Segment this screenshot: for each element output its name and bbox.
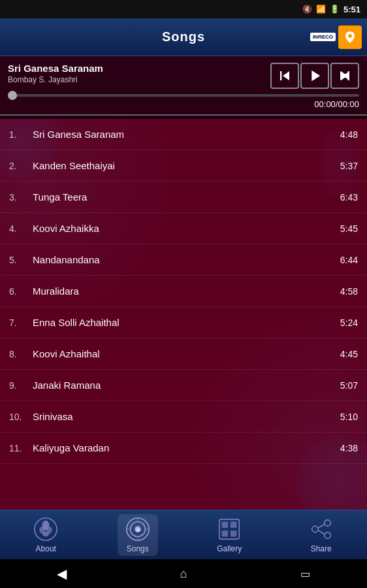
song-row[interactable]: 9.Janaki Ramana5:07	[0, 370, 367, 401]
status-time: 5:51	[343, 5, 360, 14]
progress-knob	[8, 91, 17, 100]
song-number: 5.	[9, 255, 33, 265]
song-row[interactable]: 2.Kanden Seethaiyai5:37	[0, 150, 367, 182]
progress-section: 00:00/00:00	[8, 94, 359, 109]
song-duration: 4:38	[332, 443, 358, 453]
song-title: Sri Ganesa Saranam	[33, 129, 332, 140]
song-duration: 6:44	[332, 255, 358, 265]
player-controls	[270, 63, 359, 89]
song-list: 1.Sri Ganesa Saranam4:482.Kanden Seethai…	[0, 119, 367, 510]
wifi-icon: 📶	[316, 5, 326, 14]
song-title: Koovi Azhaithal	[33, 348, 332, 359]
prev-button[interactable]	[270, 63, 299, 89]
now-playing-artist: Bombay S. Jayashri	[8, 75, 270, 84]
song-row[interactable]: 6.Muralidara4:58	[0, 276, 367, 307]
song-row[interactable]: 5.Nandanandana6:44	[0, 244, 367, 276]
about-nav-icon	[33, 517, 58, 542]
svg-point-18	[324, 519, 330, 526]
about-label: About	[36, 544, 56, 553]
song-title: Tunga Teera	[33, 191, 332, 203]
share-label: Share	[311, 544, 332, 553]
song-row[interactable]: 3.Tunga Teera6:43	[0, 182, 367, 213]
gallery-nav-icon	[217, 517, 242, 542]
song-title: Kaliyuga Varadan	[33, 442, 332, 453]
svg-rect-17	[231, 530, 237, 536]
song-number: 8.	[9, 349, 33, 359]
song-row[interactable]: 11.Kaliyuga Varadan4:38	[0, 433, 367, 464]
song-row[interactable]: 8.Koovi Azhaithal4:45	[0, 338, 367, 370]
svg-point-4	[42, 531, 49, 536]
android-nav-bar: ◀ ⌂ ▭	[0, 559, 367, 588]
song-row[interactable]: 4.Koovi Azhaikka5:45	[0, 213, 367, 244]
song-duration: 5:37	[332, 161, 358, 171]
song-row[interactable]: 7.Enna Solli Azhaithal5:24	[0, 307, 367, 338]
status-bar: 🔇 📶 🔋 5:51	[0, 0, 367, 18]
song-number: 3.	[9, 192, 33, 203]
nav-gallery[interactable]: Gallery	[209, 514, 249, 556]
song-number: 7.	[9, 318, 33, 328]
svg-text:⊛: ⊛	[135, 527, 140, 532]
nav-songs[interactable]: ⊛ Songs	[118, 514, 158, 556]
svg-rect-15	[231, 521, 237, 528]
song-duration: 6:43	[332, 192, 358, 203]
svg-rect-14	[222, 521, 229, 528]
bottom-nav: About ⊛ Songs	[0, 510, 367, 559]
song-title: Janaki Ramana	[33, 380, 332, 391]
now-playing-title: Sri Ganesa Saranam	[8, 63, 270, 74]
nav-about[interactable]: About	[25, 514, 66, 556]
song-row[interactable]: 10.Srinivasa5:10	[0, 401, 367, 433]
song-title: Koovi Azhaikka	[33, 223, 332, 234]
song-number: 1.	[9, 129, 33, 140]
song-number: 2.	[9, 161, 33, 171]
song-number: 11.	[9, 443, 33, 453]
gallery-label: Gallery	[217, 544, 242, 553]
app-logo	[338, 25, 362, 49]
share-icon	[309, 517, 334, 542]
now-playing-section: Sri Ganesa Saranam Bombay S. Jayashri	[0, 56, 367, 116]
song-duration: 4:58	[332, 286, 358, 297]
song-number: 6.	[9, 286, 33, 297]
svg-point-19	[311, 526, 318, 532]
song-title: Nandanandana	[33, 254, 332, 265]
progress-bar[interactable]	[8, 94, 359, 97]
svg-line-21	[318, 524, 325, 528]
prev-icon	[276, 67, 294, 85]
song-duration: 4:48	[332, 129, 358, 140]
song-title: Kanden Seethaiyai	[33, 160, 332, 171]
songs-nav-icon: ⊛	[125, 517, 150, 542]
nav-share[interactable]: Share	[301, 514, 342, 556]
song-duration: 4:45	[332, 349, 358, 359]
song-number: 9.	[9, 380, 33, 391]
song-number: 4.	[9, 223, 33, 234]
song-title: Muralidara	[33, 286, 332, 297]
play-button[interactable]	[300, 63, 329, 89]
app-header: Songs INRECO	[0, 18, 367, 56]
songs-icon: ⊛	[125, 517, 150, 542]
song-info: Sri Ganesa Saranam Bombay S. Jayashri	[8, 63, 270, 84]
time-display: 00:00/00:00	[8, 99, 359, 109]
battery-icon: 🔋	[330, 5, 340, 14]
song-title: Enna Solli Azhaithal	[33, 317, 332, 328]
back-button[interactable]: ◀	[44, 561, 80, 587]
song-row[interactable]: 1.Sri Ganesa Saranam4:48	[0, 119, 367, 150]
about-icon	[33, 517, 58, 542]
recents-button[interactable]: ▭	[287, 563, 323, 585]
song-duration: 5:07	[332, 380, 358, 391]
gallery-icon	[217, 517, 242, 542]
inreco-logo: INRECO	[310, 33, 336, 41]
svg-rect-16	[222, 530, 229, 536]
songs-label: Songs	[127, 544, 149, 553]
main-content: 1.Sri Ganesa Saranam4:482.Kanden Seethai…	[0, 119, 367, 510]
next-button[interactable]	[330, 63, 359, 89]
play-icon	[306, 67, 324, 85]
song-number: 10.	[9, 412, 33, 422]
header-logos: INRECO	[310, 25, 362, 49]
svg-point-20	[324, 532, 330, 538]
song-duration: 5:10	[332, 412, 358, 422]
next-icon	[336, 67, 354, 85]
share-nav-icon	[309, 517, 334, 542]
song-title: Srinivasa	[33, 411, 332, 422]
svg-line-22	[318, 530, 325, 534]
home-button[interactable]: ⌂	[167, 562, 200, 586]
song-duration: 5:24	[332, 318, 358, 328]
